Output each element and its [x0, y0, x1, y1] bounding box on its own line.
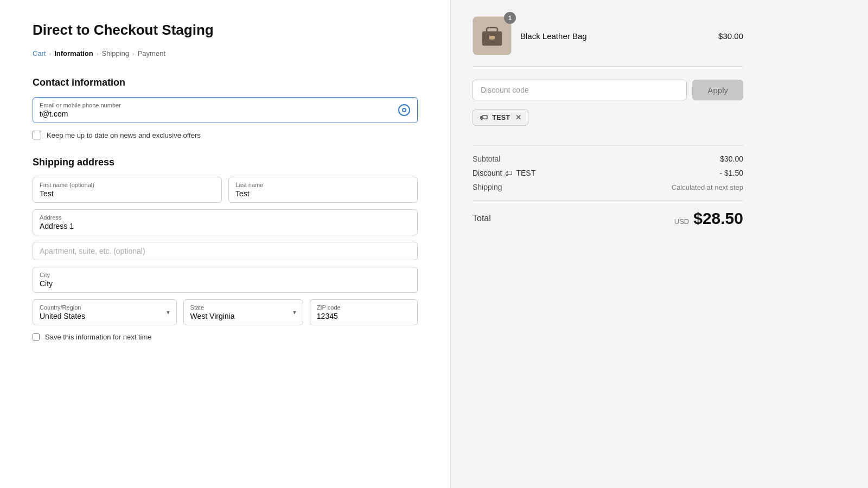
- discount-row: Apply: [473, 80, 743, 100]
- total-amount: $28.50: [693, 209, 743, 228]
- product-image-wrapper: 1: [473, 16, 512, 55]
- newsletter-row: Keep me up to date on news and exclusive…: [33, 131, 418, 139]
- product-name: Black Leather Bag: [520, 31, 710, 41]
- discount-tag-icon: 🏷: [505, 169, 513, 177]
- coupon-code-label: TEST: [492, 113, 510, 121]
- breadcrumb-chevron-2: ›: [97, 50, 99, 57]
- email-input[interactable]: [40, 110, 393, 118]
- save-info-label: Save this information for next time: [45, 333, 152, 341]
- divider-1: [473, 145, 743, 146]
- coupon-tag-icon: 🏷: [480, 113, 488, 122]
- country-label: Country/Region: [40, 304, 170, 311]
- first-name-input[interactable]: [40, 189, 215, 198]
- zip-input[interactable]: [317, 312, 411, 320]
- svg-point-2: [403, 109, 405, 111]
- coupon-tag: 🏷 TEST ✕: [473, 109, 528, 126]
- state-wrapper: State West Virginia ▾: [183, 299, 303, 325]
- shipping-label: Shipping: [473, 183, 502, 191]
- divider-2: [473, 200, 743, 201]
- email-label: Email or mobile phone number: [40, 102, 393, 108]
- breadcrumb-information: Information: [54, 49, 93, 57]
- svg-rect-4: [487, 28, 497, 32]
- product-price: $30.00: [718, 31, 743, 41]
- newsletter-label: Keep me up to date on news and exclusive…: [47, 131, 201, 139]
- discount-value: - $1.50: [719, 169, 743, 177]
- breadcrumb: Cart › Information › Shipping › Payment: [33, 49, 418, 57]
- zip-label: ZIP code: [317, 304, 411, 311]
- product-row: 1 Black Leather Bag $30.00: [473, 16, 743, 67]
- contact-section-title: Contact information: [33, 77, 418, 88]
- product-quantity-badge: 1: [504, 12, 516, 24]
- discount-code-badge: TEST: [516, 169, 535, 177]
- breadcrumb-chevron-1: ›: [49, 50, 52, 57]
- shipping-value: Calculated at next step: [672, 183, 743, 191]
- apply-button[interactable]: Apply: [692, 80, 743, 100]
- product-image-svg: [478, 22, 506, 49]
- discount-label-text: Discount: [473, 169, 502, 177]
- discount-input[interactable]: [473, 80, 687, 100]
- breadcrumb-cart[interactable]: Cart: [33, 49, 46, 57]
- city-form-group: City: [33, 267, 418, 293]
- newsletter-checkbox[interactable]: [33, 131, 41, 139]
- country-wrapper: Country/Region United States ▾: [33, 299, 177, 325]
- shipping-section-title: Shipping address: [33, 157, 418, 168]
- total-value-group: USD $28.50: [674, 209, 743, 228]
- last-name-input[interactable]: [235, 189, 411, 198]
- state-label: State: [190, 304, 296, 311]
- page-title: Direct to Checkout Staging: [33, 22, 418, 38]
- discount-summary-row: Discount 🏷 TEST - $1.50: [473, 169, 743, 177]
- last-name-wrapper: Last name: [228, 177, 418, 203]
- left-panel: Direct to Checkout Staging Cart › Inform…: [0, 0, 450, 488]
- first-name-label: First name (optional): [40, 182, 215, 188]
- subtotal-label: Subtotal: [473, 155, 500, 163]
- total-currency: USD: [674, 217, 689, 226]
- shipping-row: Shipping Calculated at next step: [473, 183, 743, 191]
- apartment-input[interactable]: [40, 247, 411, 255]
- save-info-checkbox[interactable]: [33, 333, 40, 341]
- save-info-row: Save this information for next time: [33, 333, 418, 341]
- breadcrumb-payment: Payment: [138, 49, 165, 57]
- breadcrumb-chevron-3: ›: [132, 50, 135, 57]
- total-row: Total USD $28.50: [473, 209, 743, 228]
- region-row: Country/Region United States ▾ State Wes…: [33, 299, 418, 325]
- apartment-form-group: [33, 242, 418, 260]
- email-form-group: Email or mobile phone number: [33, 97, 418, 123]
- city-input[interactable]: [40, 279, 411, 288]
- address-form-group: Address: [33, 209, 418, 235]
- state-select[interactable]: West Virginia: [190, 312, 296, 320]
- subtotal-value: $30.00: [720, 155, 743, 163]
- svg-rect-5: [489, 36, 495, 40]
- remove-coupon-button[interactable]: ✕: [515, 113, 521, 121]
- email-input-wrapper: Email or mobile phone number: [33, 97, 418, 123]
- breadcrumb-shipping: Shipping: [101, 49, 129, 57]
- apartment-wrapper: [33, 242, 418, 260]
- autofill-icon: [398, 104, 411, 117]
- total-label: Total: [473, 214, 491, 223]
- discount-label-group: Discount 🏷 TEST: [473, 169, 535, 177]
- zip-wrapper: ZIP code: [310, 299, 418, 325]
- country-select[interactable]: United States: [40, 312, 170, 320]
- city-wrapper: City: [33, 267, 418, 293]
- address-wrapper: Address: [33, 209, 418, 235]
- subtotal-row: Subtotal $30.00: [473, 155, 743, 163]
- address-label: Address: [40, 214, 411, 221]
- city-label: City: [40, 272, 411, 278]
- first-name-wrapper: First name (optional): [33, 177, 222, 203]
- name-row: First name (optional) Last name: [33, 177, 418, 203]
- right-panel: 1 Black Leather Bag $30.00 Apply 🏷 TEST …: [450, 0, 765, 488]
- last-name-label: Last name: [235, 182, 411, 188]
- address-input[interactable]: [40, 222, 411, 230]
